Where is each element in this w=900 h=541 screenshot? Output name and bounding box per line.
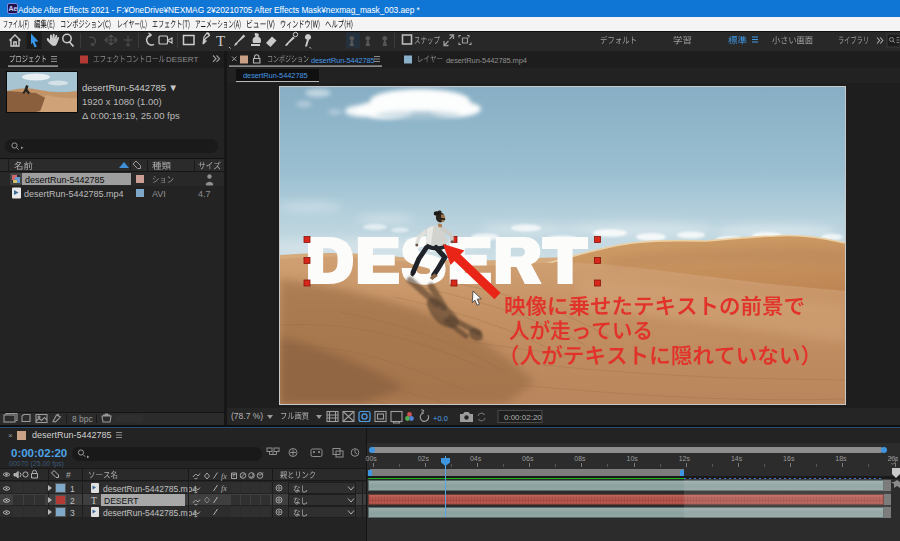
svg-text:0:00:02:20: 0:00:02:20 bbox=[504, 413, 542, 422]
svg-text:+0.0: +0.0 bbox=[433, 414, 448, 423]
svg-text:fx: fx bbox=[221, 484, 227, 493]
svg-text:fx: fx bbox=[221, 472, 227, 481]
svg-text:#: # bbox=[66, 470, 71, 480]
svg-text:T: T bbox=[91, 496, 97, 506]
svg-text:8 bpc: 8 bpc bbox=[72, 414, 94, 424]
